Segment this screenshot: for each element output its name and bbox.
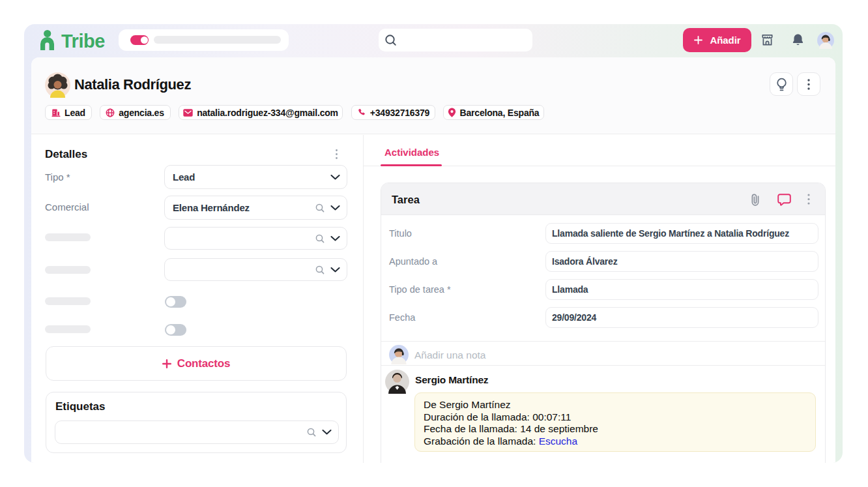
svg-text:Tribe: Tribe — [61, 31, 105, 52]
